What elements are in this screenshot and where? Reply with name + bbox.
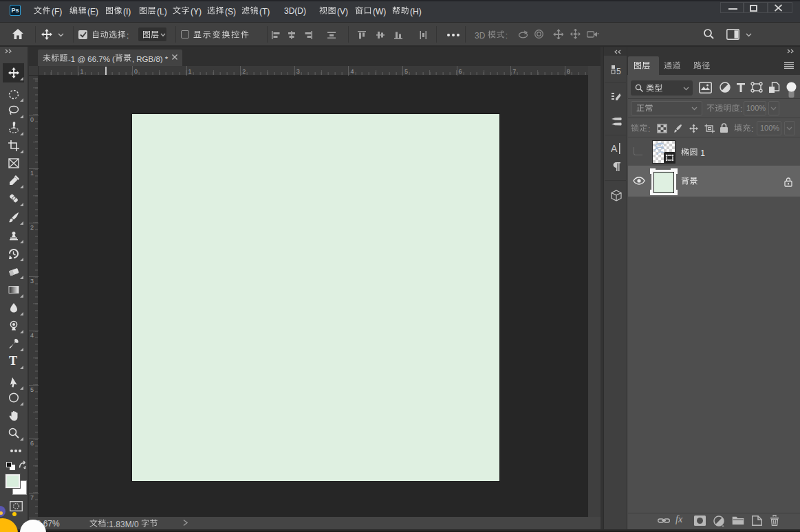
svg-text:5: 5 — [616, 67, 621, 76]
svg-text:A: A — [611, 143, 618, 154]
